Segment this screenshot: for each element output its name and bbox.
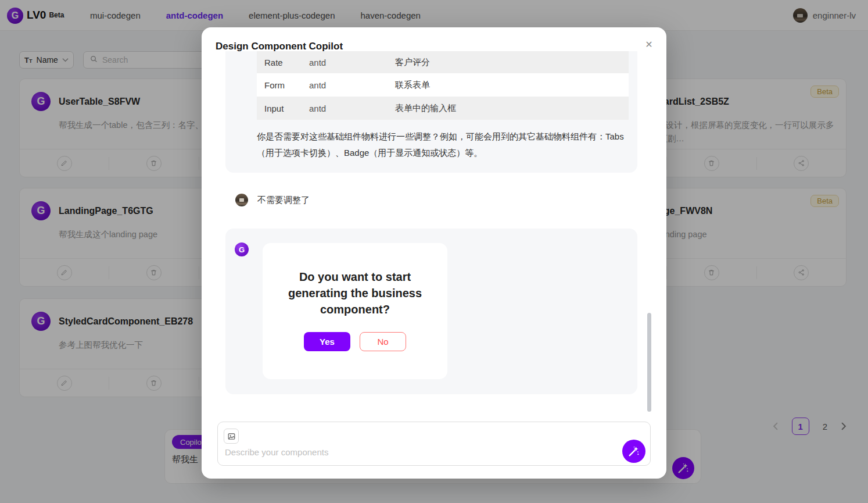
- yes-button[interactable]: Yes: [304, 332, 350, 351]
- component-name-cell: Rate: [257, 58, 309, 67]
- design-copilot-modal: Design Component Copilot ✕ Rate antd 客户评…: [202, 27, 666, 479]
- user-message-text: 不需要调整了: [257, 195, 310, 206]
- generate-button[interactable]: [622, 440, 645, 463]
- modal-title: Design Component Copilot: [216, 41, 343, 52]
- assistant-message-bubble: G Do you want to start generating the bu…: [225, 229, 637, 394]
- component-prompt-box: [217, 422, 651, 466]
- assistant-note: 你是否需要对这些基础组件物料进行一些调整？例如，可能会用到的其它基础物料组件有：…: [257, 129, 627, 161]
- component-name-cell: Form: [257, 80, 309, 90]
- image-icon: [227, 432, 236, 441]
- assistant-avatar-icon: G: [235, 242, 249, 256]
- chat-scroll-area: Rate antd 客户评分 Form antd 联系表单 Input antd…: [202, 51, 666, 414]
- materials-table: Rate antd 客户评分 Form antd 联系表单 Input antd…: [257, 51, 629, 120]
- description-cell: 表单中的输入框: [395, 103, 629, 114]
- table-row: Rate antd 客户评分: [257, 51, 629, 73]
- user-avatar: [235, 194, 248, 206]
- description-cell: 联系表单: [395, 80, 629, 91]
- table-row: Form antd 联系表单: [257, 73, 629, 97]
- confirm-question: Do you want to start generating the busi…: [284, 269, 426, 318]
- library-cell: antd: [309, 80, 395, 90]
- magic-wand-icon: [627, 445, 640, 458]
- describe-components-input[interactable]: [225, 445, 539, 458]
- scrollbar-thumb[interactable]: [647, 313, 651, 412]
- description-cell: 客户评分: [395, 57, 629, 68]
- library-cell: antd: [309, 58, 395, 67]
- close-icon[interactable]: ✕: [643, 39, 655, 51]
- assistant-message-bubble: Rate antd 客户评分 Form antd 联系表单 Input antd…: [225, 51, 637, 173]
- library-cell: antd: [309, 104, 395, 113]
- confirm-buttons: Yes No: [304, 332, 406, 351]
- no-button[interactable]: No: [360, 332, 406, 351]
- upload-image-button[interactable]: [224, 429, 239, 444]
- user-message: 不需要调整了: [235, 194, 666, 206]
- table-row: Input antd 表单中的输入框: [257, 97, 629, 120]
- component-name-cell: Input: [257, 104, 309, 113]
- confirm-generation-card: Do you want to start generating the busi…: [263, 243, 447, 379]
